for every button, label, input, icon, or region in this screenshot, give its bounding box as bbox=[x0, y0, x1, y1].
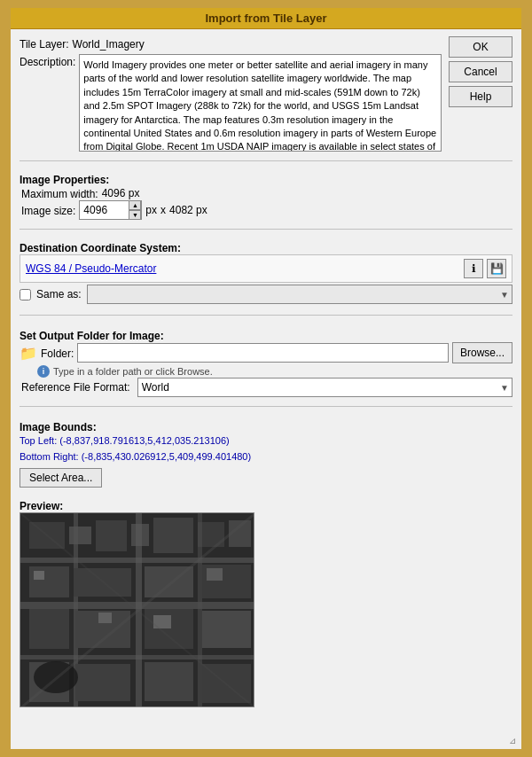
folder-row: 📁 Folder: Browse... bbox=[20, 342, 512, 363]
resize-icon: ⊿ bbox=[509, 736, 516, 745]
bottom-right-value: (-8,835,430.026912,5,409,499.401480) bbox=[82, 451, 251, 462]
max-width-row: Maximum width: 4096 px bbox=[20, 186, 512, 200]
svg-rect-18 bbox=[29, 609, 69, 649]
same-as-row: Same as: ▼ bbox=[20, 283, 512, 306]
same-as-checkbox[interactable] bbox=[20, 289, 31, 300]
bounds-text: Top Left: (-8,837,918.791613,5,412,035.2… bbox=[20, 433, 512, 464]
folder-label: Folder: bbox=[41, 346, 74, 360]
cancel-button[interactable]: Cancel bbox=[449, 61, 512, 82]
tile-layer-row: Tile Layer: World_Imagery bbox=[20, 36, 442, 51]
select-area-button[interactable]: Select Area... bbox=[20, 468, 102, 488]
coord-save-icon-btn[interactable]: 💾 bbox=[487, 259, 506, 278]
svg-rect-28 bbox=[98, 613, 112, 623]
coord-save-icon: 💾 bbox=[490, 262, 504, 275]
top-left-value: (-8,837,918.791613,5,412,035.213106) bbox=[59, 435, 229, 446]
bottom-right-label: Bottom Right: bbox=[20, 451, 79, 462]
coord-link[interactable]: WGS 84 / Pseudo-Mercator bbox=[26, 262, 156, 275]
resize-handle[interactable]: ⊿ bbox=[509, 737, 520, 747]
ref-format-dropdown[interactable]: World GeoTIFF ERDAS Imagine ESRI Grid bbox=[137, 378, 512, 397]
svg-rect-5 bbox=[153, 518, 193, 553]
image-bounds-section: Image Bounds: Top Left: (-8,837,918.7916… bbox=[20, 418, 512, 488]
help-button[interactable]: Help bbox=[449, 86, 512, 107]
svg-rect-24 bbox=[145, 662, 193, 701]
max-width-value: 4096 px bbox=[102, 187, 140, 199]
preview-image bbox=[20, 512, 254, 707]
folder-icon: 📁 bbox=[20, 345, 37, 362]
info-text: Type in a folder path or click Browse. bbox=[53, 366, 213, 377]
coord-icons: ℹ 💾 bbox=[464, 259, 506, 278]
preview-section: Preview: bbox=[20, 496, 512, 707]
image-properties-section: Image Properties: Maximum width: 4096 px… bbox=[20, 170, 512, 220]
dest-coord-header: Destination Coordinate System: bbox=[20, 242, 512, 254]
tile-layer-value: World_Imagery bbox=[73, 36, 145, 51]
info-row: i Type in a folder path or click Browse. bbox=[20, 365, 512, 378]
ref-format-label: Reference File Format: bbox=[21, 381, 130, 394]
dest-coord-section: Destination Coordinate System: WGS 84 / … bbox=[20, 238, 512, 306]
spinner-down[interactable]: ▼ bbox=[129, 210, 141, 220]
svg-rect-13 bbox=[198, 513, 202, 707]
ok-button[interactable]: OK bbox=[449, 36, 512, 58]
svg-rect-23 bbox=[75, 664, 130, 701]
tile-layer-label: Tile Layer: bbox=[20, 36, 69, 51]
title-text: Import from Tile Layer bbox=[205, 12, 326, 25]
description-label: Description: bbox=[20, 54, 75, 68]
button-area: OK Cancel Help bbox=[449, 36, 512, 152]
image-properties-header: Image Properties: bbox=[20, 174, 512, 186]
image-width-spinner[interactable]: ▲ ▼ bbox=[79, 200, 142, 220]
image-height-value: 4082 px bbox=[169, 204, 207, 216]
folder-input[interactable] bbox=[77, 343, 449, 363]
form-area: Tile Layer: World_Imagery Description: W… bbox=[20, 36, 442, 152]
coord-info-icon-btn[interactable]: ℹ bbox=[464, 259, 483, 278]
svg-rect-20 bbox=[145, 609, 193, 649]
px-label-1: px bbox=[145, 204, 157, 216]
svg-rect-27 bbox=[34, 571, 44, 580]
image-size-row: Image size: ▲ ▼ px x 4082 px bbox=[20, 200, 512, 220]
import-dialog: Import from Tile Layer Tile Layer: World… bbox=[9, 6, 523, 751]
svg-rect-29 bbox=[207, 568, 223, 581]
description-row: Description: World Imagery provides one … bbox=[20, 54, 442, 152]
coord-info-icon: ℹ bbox=[472, 262, 476, 275]
same-as-label: Same as: bbox=[36, 288, 82, 300]
top-left-row: Top Left: (-8,837,918.791613,5,412,035.2… bbox=[20, 433, 512, 449]
top-section: Tile Layer: World_Imagery Description: W… bbox=[20, 36, 512, 152]
browse-button[interactable]: Browse... bbox=[452, 342, 512, 363]
image-width-input[interactable] bbox=[80, 202, 129, 218]
same-as-dropdown[interactable] bbox=[87, 285, 512, 304]
coord-row: WGS 84 / Pseudo-Mercator ℹ 💾 bbox=[20, 254, 512, 283]
divider-1 bbox=[20, 160, 512, 161]
output-folder-section: Set Output Folder for Image: 📁 Folder: B… bbox=[20, 326, 512, 397]
divider-2 bbox=[20, 229, 512, 230]
svg-rect-21 bbox=[202, 611, 251, 648]
output-folder-header: Set Output Folder for Image: bbox=[20, 330, 512, 342]
spinner-buttons: ▲ ▼ bbox=[129, 200, 141, 220]
satellite-preview-svg bbox=[20, 513, 254, 707]
info-icon: i bbox=[37, 365, 50, 378]
svg-rect-3 bbox=[96, 520, 127, 551]
divider-4 bbox=[20, 406, 512, 407]
bottom-right-row: Bottom Right: (-8,835,430.026912,5,409,4… bbox=[20, 449, 512, 465]
dialog-title: Import from Tile Layer bbox=[11, 8, 521, 29]
preview-header: Preview: bbox=[20, 500, 512, 512]
ref-format-dropdown-wrapper: World GeoTIFF ERDAS Imagine ESRI Grid ▼ bbox=[137, 378, 512, 397]
ref-format-row: Reference File Format: World GeoTIFF ERD… bbox=[20, 378, 512, 397]
max-width-label: Maximum width: bbox=[21, 186, 98, 200]
same-as-dropdown-wrapper: ▼ bbox=[87, 285, 512, 304]
dialog-content: Tile Layer: World_Imagery Description: W… bbox=[11, 29, 521, 714]
spinner-up[interactable]: ▲ bbox=[129, 200, 141, 210]
svg-rect-2 bbox=[69, 527, 91, 544]
divider-3 bbox=[20, 315, 512, 316]
top-left-label: Top Left: bbox=[20, 435, 57, 446]
image-size-label: Image size: bbox=[21, 203, 75, 217]
image-bounds-header: Image Bounds: bbox=[20, 421, 512, 433]
description-text: World Imagery provides one meter or bett… bbox=[79, 54, 442, 152]
x-label: x bbox=[160, 204, 166, 216]
